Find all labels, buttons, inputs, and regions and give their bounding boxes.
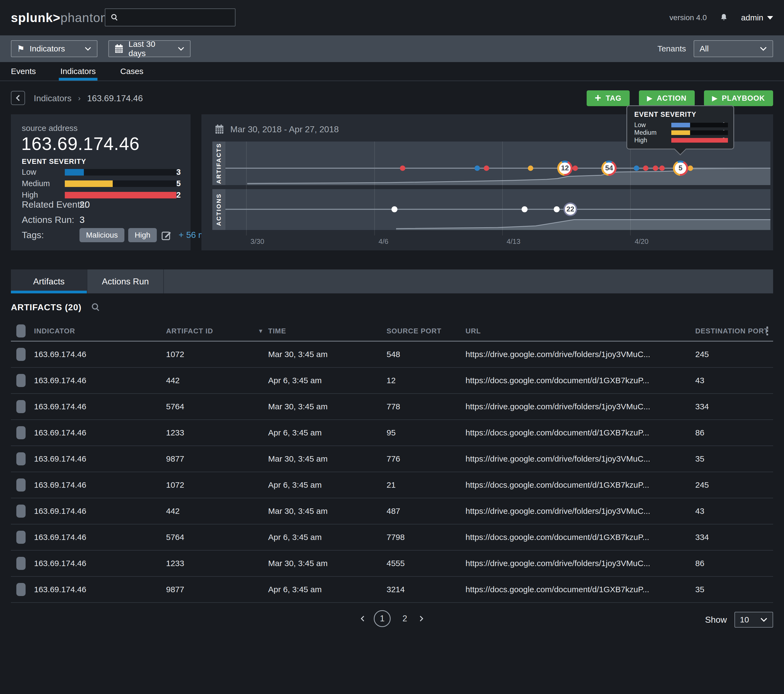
column-header-destination-port[interactable]: DESTINATION PORT xyxy=(695,327,769,335)
row-checkbox[interactable] xyxy=(16,479,26,492)
breadcrumb-parent[interactable]: Indicators xyxy=(34,93,72,104)
column-header-source-port[interactable]: SOURCE PORT xyxy=(387,327,441,335)
artifact-id-cell: 1072 xyxy=(166,350,184,359)
artifact-event-dot-blue[interactable] xyxy=(634,166,639,171)
severity-row-low: Low3 xyxy=(22,168,181,177)
artifact-event-dot-yellow[interactable] xyxy=(528,166,533,171)
chevron-left-icon xyxy=(15,94,21,102)
action-button-label: ACTION xyxy=(657,94,687,103)
next-page-icon[interactable] xyxy=(419,615,424,622)
column-header-indicator[interactable]: INDICATOR xyxy=(34,327,75,335)
back-button[interactable] xyxy=(11,91,25,105)
artifact-event-dot-red[interactable] xyxy=(573,166,578,171)
column-header-artifact-id[interactable]: ARTIFACT ID xyxy=(166,327,213,335)
global-search[interactable] xyxy=(105,8,236,26)
table-row[interactable]: 163.69.174.461072Apr 6, 3:45 am21https:/… xyxy=(11,472,773,498)
artifact-event-dot-blue[interactable] xyxy=(474,166,480,171)
indicator-cell: 163.69.174.46 xyxy=(34,350,86,359)
cluster-count: 12 xyxy=(559,163,571,174)
tag-button[interactable]: + TAG xyxy=(586,90,630,106)
table-row[interactable]: 163.69.174.46442Mar 30, 3:45 am487https:… xyxy=(11,498,773,525)
url-cell[interactable]: https://drive.google.com/drive/folders/1… xyxy=(466,350,651,359)
time-cell: Mar 30, 3:45 am xyxy=(268,350,328,359)
artifact-event-dot-red[interactable] xyxy=(643,166,649,171)
time-cell: Mar 30, 3:45 am xyxy=(268,507,328,516)
previous-page-icon[interactable] xyxy=(360,615,365,622)
page-button-1[interactable]: 1 xyxy=(374,610,390,627)
destination-port-cell: 43 xyxy=(695,376,704,385)
row-checkbox[interactable] xyxy=(16,374,26,387)
sort-desc-icon: ▾ xyxy=(259,327,262,334)
related-events-label: Related Events: xyxy=(22,199,87,210)
url-cell[interactable]: https://docs.google.com/document/d/1GXB7… xyxy=(466,480,649,490)
table-row[interactable]: 163.69.174.461072Mar 30, 3:45 am548https… xyxy=(11,342,773,368)
artifact-event-dot-yellow[interactable] xyxy=(688,166,693,171)
table-row[interactable]: 163.69.174.461233Apr 6, 3:45 am95https:/… xyxy=(11,420,773,446)
artifact-cluster-badge[interactable]: 5 xyxy=(673,161,688,176)
edit-tags-icon[interactable] xyxy=(161,229,173,241)
playbook-button[interactable]: ▶ PLAYBOOK xyxy=(704,90,773,106)
action-event-dot-white[interactable] xyxy=(522,206,527,212)
action-event-dot-white[interactable] xyxy=(554,206,560,212)
tab-events[interactable]: Events xyxy=(11,62,48,81)
date-range-dropdown[interactable]: Last 30 days xyxy=(108,40,191,57)
row-checkbox[interactable] xyxy=(16,400,26,413)
search-input[interactable] xyxy=(123,13,230,22)
table-search-icon[interactable] xyxy=(91,302,101,312)
row-checkbox[interactable] xyxy=(16,426,26,439)
artifact-cluster-badge[interactable]: 12 xyxy=(557,161,573,176)
url-cell[interactable]: https://drive.google.com/drive/folders/1… xyxy=(466,454,651,464)
table-row[interactable]: 163.69.174.465764Mar 30, 3:45 am778https… xyxy=(11,394,773,420)
url-cell[interactable]: https://drive.google.com/drive/folders/1… xyxy=(466,507,651,516)
content-tab-artifacts[interactable]: Artifacts xyxy=(11,270,87,293)
row-checkbox[interactable] xyxy=(16,505,26,518)
column-header-time[interactable]: TIME xyxy=(268,327,286,335)
destination-port-cell: 334 xyxy=(695,402,709,411)
field-type-label: source address xyxy=(22,123,77,133)
severity-bar-fill xyxy=(65,169,84,176)
tooltip-severity-label: Medium xyxy=(634,129,660,136)
row-checkbox[interactable] xyxy=(16,583,26,596)
content-tab-actions-run[interactable]: Actions Run xyxy=(87,270,164,293)
table-row[interactable]: 163.69.174.46442Apr 6, 3:45 am12https://… xyxy=(11,368,773,394)
actions-track: ACTIONS 22 xyxy=(212,189,771,230)
table-options-kebab-icon[interactable] xyxy=(766,327,768,335)
table-row[interactable]: 163.69.174.461233Mar 30, 3:45 am4555http… xyxy=(11,551,773,577)
table-row[interactable]: 163.69.174.469877Mar 30, 3:45 am776https… xyxy=(11,446,773,472)
select-all-checkbox[interactable] xyxy=(16,324,26,337)
severity-label: Low xyxy=(22,168,54,177)
url-cell[interactable]: https://docs.google.com/document/d/1GXB7… xyxy=(466,533,649,542)
artifact-event-dot-red[interactable] xyxy=(400,166,405,171)
row-checkbox[interactable] xyxy=(16,452,26,465)
artifact-event-dot-red[interactable] xyxy=(653,166,658,171)
url-cell[interactable]: https://docs.google.com/document/d/1GXB7… xyxy=(466,376,649,385)
tab-cases[interactable]: Cases xyxy=(108,62,156,81)
url-cell[interactable]: https://drive.google.com/drive/folders/1… xyxy=(466,559,651,568)
page-button-2[interactable]: 2 xyxy=(399,614,410,623)
tab-indicators[interactable]: Indicators xyxy=(48,62,108,81)
artifact-id-cell: 5764 xyxy=(166,533,184,542)
tenants-dropdown[interactable]: All xyxy=(693,40,773,57)
user-menu[interactable]: admin xyxy=(741,13,773,22)
row-checkbox[interactable] xyxy=(16,348,26,361)
scope-dropdown[interactable]: ⚑ Indicators xyxy=(11,40,97,57)
row-checkbox[interactable] xyxy=(16,531,26,544)
artifact-event-dot-red[interactable] xyxy=(484,166,489,171)
artifact-event-dot-red[interactable] xyxy=(659,166,665,171)
row-checkbox[interactable] xyxy=(16,557,26,570)
notifications-bell-icon[interactable] xyxy=(719,13,728,23)
action-button[interactable]: ▶ ACTION xyxy=(639,90,695,106)
table-row[interactable]: 163.69.174.465764Apr 6, 3:45 am7798https… xyxy=(11,525,773,551)
url-cell[interactable]: https://docs.google.com/document/d/1GXB7… xyxy=(466,585,649,594)
breadcrumb-current: 163.69.174.46 xyxy=(87,93,143,104)
url-cell[interactable]: https://docs.google.com/document/d/1GXB7… xyxy=(466,428,649,437)
cluster-count: 22 xyxy=(565,204,576,215)
artifact-cluster-badge[interactable]: 54 xyxy=(601,161,617,176)
action-cluster-badge[interactable]: 22 xyxy=(563,202,577,216)
action-event-dot-white[interactable] xyxy=(392,206,397,212)
url-cell[interactable]: https://drive.google.com/drive/folders/1… xyxy=(466,402,651,411)
page-size-dropdown[interactable]: 10 xyxy=(735,612,773,628)
column-header-url[interactable]: URL xyxy=(466,327,481,335)
table-row[interactable]: 163.69.174.469877Apr 6, 3:45 am3214https… xyxy=(11,577,773,603)
actions-run-value: 3 xyxy=(79,214,85,225)
